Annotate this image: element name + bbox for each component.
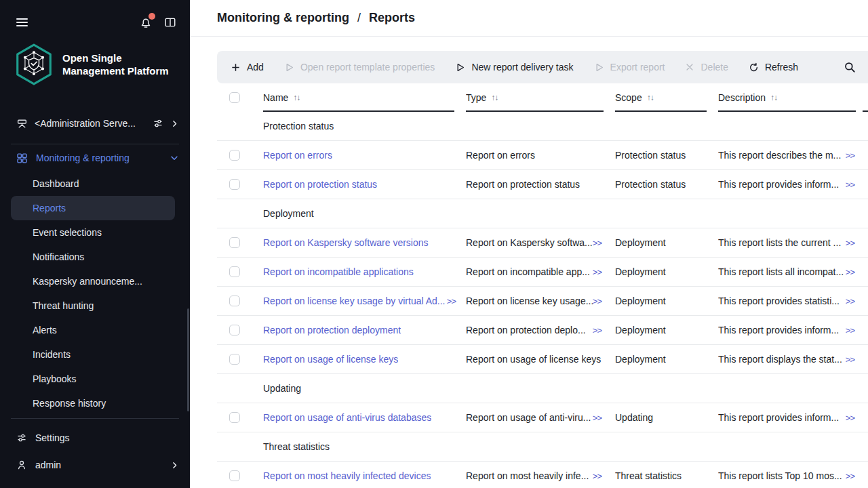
type-cell: Report on protection deplo... (466, 325, 586, 336)
expand-type-link[interactable]: >> (593, 413, 601, 423)
column-header-name[interactable]: Name ↑↓ (263, 83, 466, 112)
sort-icon[interactable]: ↑↓ (491, 93, 498, 102)
table-row[interactable]: Report on incompatible applications Repo… (217, 258, 868, 287)
sidebar-item-kaspersky-announcements[interactable]: Kaspersky announceme... (0, 269, 190, 293)
refresh-label: Refresh (765, 62, 798, 73)
admin-label: admin (35, 460, 162, 470)
delete-button: Delete (685, 62, 728, 73)
sidebar-item-event-selections[interactable]: Event selections (0, 220, 190, 245)
hamburger-menu-icon[interactable] (16, 16, 28, 28)
group-label: Protection status (263, 121, 334, 131)
report-name-link[interactable]: Report on most heavily infected devices (263, 470, 431, 481)
nav-item-label: Incidents (33, 349, 71, 360)
refresh-button[interactable]: Refresh (749, 62, 798, 73)
expand-type-link[interactable]: >> (593, 267, 601, 277)
report-name-link[interactable]: Report on usage of anti-virus databases (263, 412, 431, 423)
row-checkbox[interactable] (229, 150, 240, 161)
sort-icon[interactable]: ↑↓ (293, 93, 300, 102)
sidebar-item-reports[interactable]: Reports (11, 196, 175, 220)
search-icon[interactable] (844, 61, 856, 73)
notifications-bell-icon[interactable] (140, 16, 152, 28)
table-row[interactable]: Report on errors Report on errors Protec… (217, 141, 868, 170)
sidebar-item-administration-server[interactable]: <Administration Serve... (0, 115, 190, 131)
expand-type-link[interactable]: >> (593, 471, 601, 481)
select-all-cell (229, 83, 263, 112)
sort-icon[interactable]: ↑↓ (770, 93, 777, 102)
table-row[interactable]: Report on license key usage by virtual A… (217, 287, 868, 316)
sidebar-item-settings[interactable]: Settings (0, 424, 190, 451)
report-name-link[interactable]: Report on protection deployment (263, 325, 401, 336)
expand-type-link[interactable]: >> (593, 296, 601, 306)
export-report-button: Export report (594, 62, 665, 73)
row-checkbox[interactable] (229, 296, 240, 306)
expand-description-link[interactable]: >> (846, 413, 854, 423)
table-row[interactable]: Report on Kaspersky software versions Re… (217, 228, 868, 258)
expand-name-link[interactable]: >> (447, 296, 456, 306)
sidebar-item-playbooks[interactable]: Playbooks (0, 367, 190, 391)
row-checkbox[interactable] (229, 412, 240, 423)
sidebar-item-dashboard[interactable]: Dashboard (0, 171, 190, 196)
scope-cell: Deployment (615, 354, 666, 365)
sidebar-item-alerts[interactable]: Alerts (0, 318, 190, 342)
row-checkbox[interactable] (229, 325, 240, 336)
description-cell: This report lists the current ... (718, 237, 841, 248)
expand-description-link[interactable]: >> (846, 325, 854, 336)
report-name-link[interactable]: Report on errors (263, 150, 332, 161)
table-header: Name ↑↓ Type ↑↓ Scope ↑↓ Description ↑↓ (217, 83, 868, 112)
expand-description-link[interactable]: >> (846, 471, 854, 481)
report-name-link[interactable]: Report on protection status (263, 179, 377, 190)
expand-description-link[interactable]: >> (846, 267, 854, 277)
chevron-down-icon[interactable] (170, 153, 179, 163)
play-icon (594, 62, 604, 73)
sidebar-item-threat-hunting[interactable]: Threat hunting (0, 293, 190, 318)
monitoring-grid-icon (16, 152, 28, 164)
expand-description-link[interactable]: >> (846, 296, 854, 306)
expand-type-link[interactable]: >> (593, 238, 601, 248)
delete-label: Delete (701, 62, 728, 73)
expand-description-link[interactable]: >> (846, 150, 854, 161)
table-row[interactable]: Report on usage of anti-virus databases … (217, 403, 868, 432)
sidebar-scrollbar[interactable] (187, 308, 189, 411)
column-header-description[interactable]: Description ↑↓ (718, 83, 863, 112)
expand-description-link[interactable]: >> (846, 354, 854, 365)
sidebar-footer-divider (11, 418, 179, 419)
description-cell: This report provides inform... (718, 179, 839, 190)
row-checkbox[interactable] (229, 354, 240, 365)
table-row[interactable]: Report on protection deployment Report o… (217, 316, 868, 345)
report-name-link[interactable]: Report on usage of license keys (263, 354, 398, 365)
settings-sliders-icon (16, 432, 27, 443)
sidebar-item-incidents[interactable]: Incidents (0, 342, 190, 367)
open-report-template-properties-label: Open report template properties (300, 62, 435, 73)
row-checkbox[interactable] (229, 470, 240, 481)
row-checkbox[interactable] (229, 179, 240, 190)
table-row[interactable]: Report on usage of license keys Report o… (217, 345, 868, 374)
table-row[interactable]: Report on most heavily infected devices … (217, 462, 868, 488)
nav-item-label: Event selections (33, 227, 102, 238)
reports-table: Name ↑↓ Type ↑↓ Scope ↑↓ Description ↑↓ … (217, 83, 868, 488)
server-settings-sliders-icon[interactable] (153, 118, 163, 129)
breadcrumb-section[interactable]: Monitoring & reporting (217, 11, 349, 25)
report-name-link[interactable]: Report on incompatible applications (263, 266, 414, 277)
column-type-label: Type (466, 92, 486, 103)
sidebar-item-notifications[interactable]: Notifications (0, 245, 190, 269)
column-header-scope[interactable]: Scope ↑↓ (615, 83, 718, 112)
report-name-link[interactable]: Report on Kaspersky software versions (263, 237, 429, 248)
logo-hexagon-icon (15, 43, 53, 85)
expand-description-link[interactable]: >> (846, 238, 854, 248)
sort-icon[interactable]: ↑↓ (647, 93, 654, 102)
report-name-link[interactable]: Report on license key usage by virtual A… (263, 296, 445, 306)
sidebar-item-admin[interactable]: admin (0, 451, 190, 479)
expand-type-link[interactable]: >> (593, 325, 601, 336)
chevron-right-icon[interactable] (170, 119, 179, 128)
row-checkbox[interactable] (229, 266, 240, 277)
add-button[interactable]: Add (231, 62, 264, 73)
nav-item-label: Alerts (33, 325, 57, 336)
row-checkbox[interactable] (229, 237, 240, 248)
table-row[interactable]: Report on protection status Report on pr… (217, 170, 868, 199)
expand-description-link[interactable]: >> (846, 180, 854, 190)
select-all-checkbox[interactable] (229, 92, 240, 103)
new-report-delivery-task-button[interactable]: New report delivery task (455, 62, 573, 73)
help-book-icon[interactable] (164, 16, 176, 28)
sidebar-section-monitoring-reporting[interactable]: Monitoring & reporting (0, 144, 190, 171)
column-header-type[interactable]: Type ↑↓ (466, 83, 615, 112)
